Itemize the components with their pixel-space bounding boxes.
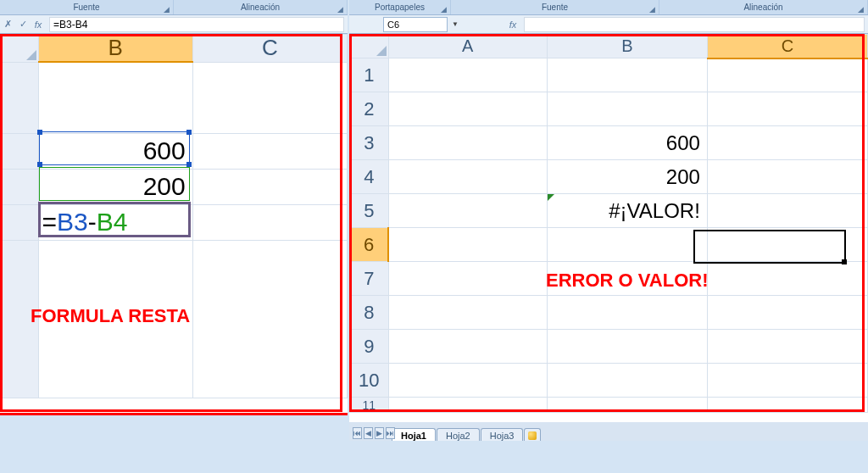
right-excel-panel: Portapapeles ◢ Fuente ◢ Alineación ◢ C6 … [349, 0, 868, 441]
tab-nav-buttons: ⏮ ◀ ▶ ⏭ [353, 427, 395, 439]
row-header[interactable]: 10 [350, 364, 389, 398]
ribbon-group-label: Alineación [241, 3, 280, 12]
ribbon-group-label: Alineación [743, 3, 782, 12]
ribbon-group-fuente[interactable]: Fuente ◢ [451, 0, 659, 14]
cell-B5-error[interactable]: #¡VALOR! [547, 194, 707, 228]
formula-bar-right: C6 ▼ fx [349, 15, 868, 34]
sheet-tab-hoja1[interactable]: Hoja1 [392, 428, 436, 441]
dialog-launcher-icon[interactable]: ◢ [438, 2, 448, 12]
row-header[interactable]: 4 [350, 160, 389, 194]
cell-B3[interactable]: 600 [38, 133, 192, 169]
error-indicator-icon[interactable] [548, 194, 554, 201]
col-header-C[interactable]: C [192, 35, 347, 63]
cell-B4[interactable]: 200 [547, 160, 707, 194]
name-box-dropdown-icon[interactable]: ▼ [448, 20, 463, 28]
col-header-B[interactable]: B [547, 35, 707, 58]
sheet-tab-strip: ⏮ ◀ ▶ ⏭ Hoja1 Hoja2 Hoja3 [349, 422, 868, 441]
dialog-launcher-icon[interactable]: ◢ [335, 2, 345, 12]
cancel-edit-button[interactable]: ✗ [0, 19, 15, 30]
cell-B3[interactable]: 600 [547, 126, 707, 160]
col-header-C[interactable]: C [707, 35, 867, 58]
select-all-corner[interactable] [350, 35, 389, 58]
sheet-tab-hoja2[interactable]: Hoja2 [437, 428, 480, 441]
row-header[interactable]: 9 [350, 330, 389, 364]
row-header[interactable]: 3 [350, 126, 389, 160]
row-header[interactable]: 6 [350, 228, 389, 262]
ribbon-group-alineacion[interactable]: Alineación ◢ [174, 0, 348, 14]
confirm-edit-button[interactable]: ✓ [15, 19, 31, 30]
dialog-launcher-icon[interactable]: ◢ [161, 2, 171, 12]
row-header[interactable]: 1 [350, 58, 389, 92]
name-box[interactable]: C6 [383, 17, 448, 32]
cell-C6-active[interactable] [707, 228, 867, 262]
row-header[interactable]: 8 [350, 296, 389, 330]
tab-nav-prev-icon[interactable]: ◀ [364, 427, 373, 439]
ribbon-group-portapapeles[interactable]: Portapapeles ◢ [349, 0, 451, 14]
dialog-launcher-icon[interactable]: ◢ [647, 2, 657, 12]
col-header-B[interactable]: B [38, 35, 192, 63]
row-header[interactable]: 5 [350, 194, 389, 228]
ribbon-group-label: Fuente [542, 3, 568, 12]
cell-B5-editing[interactable]: =B3-B4 [38, 204, 192, 240]
ribbon-group-label: Fuente [73, 3, 99, 12]
ribbon-group-alineacion[interactable]: Alineación ◢ [659, 0, 868, 14]
dialog-launcher-icon[interactable]: ◢ [855, 2, 865, 12]
formula-bar-left: ✗ ✓ fx =B3-B4 [0, 15, 348, 34]
formula-input[interactable]: =B3-B4 [49, 17, 344, 32]
ribbon-strip-right: Portapapeles ◢ Fuente ◢ Alineación ◢ [349, 0, 868, 15]
tab-nav-next-icon[interactable]: ▶ [375, 427, 384, 439]
overlay-caption-left: FORMULA RESTA [31, 305, 190, 327]
left-excel-panel: Fuente ◢ Alineación ◢ ✗ ✓ fx =B3-B4 B C [0, 0, 348, 415]
col-header-A[interactable]: A [388, 35, 547, 58]
ribbon-group-label: Portapapeles [375, 3, 425, 12]
ribbon-strip-left: Fuente ◢ Alineación ◢ [0, 0, 348, 15]
row-header[interactable]: 7 [350, 262, 389, 296]
overlay-caption-right: ERROR O VALOR! [546, 270, 708, 292]
formula-input[interactable] [524, 17, 865, 32]
tab-nav-first-icon[interactable]: ⏮ [353, 427, 362, 439]
new-sheet-button[interactable] [524, 428, 540, 441]
cell-B4[interactable]: 200 [38, 169, 192, 204]
ribbon-group-fuente[interactable]: Fuente ◢ [0, 0, 174, 14]
row-header[interactable]: 11 [350, 398, 389, 413]
fx-icon[interactable]: fx [505, 19, 520, 30]
sheet-tab-hoja3[interactable]: Hoja3 [481, 428, 524, 441]
spreadsheet-grid-right[interactable]: A B C 1 2 3 600 4 200 5 #¡VALOR! 6 [349, 34, 868, 441]
row-header[interactable]: 2 [350, 92, 389, 126]
tab-nav-last-icon[interactable]: ⏭ [386, 427, 395, 439]
fx-icon[interactable]: fx [31, 19, 46, 30]
spreadsheet-grid-left[interactable]: B C 600 200 =B3-B4 [0, 34, 348, 413]
